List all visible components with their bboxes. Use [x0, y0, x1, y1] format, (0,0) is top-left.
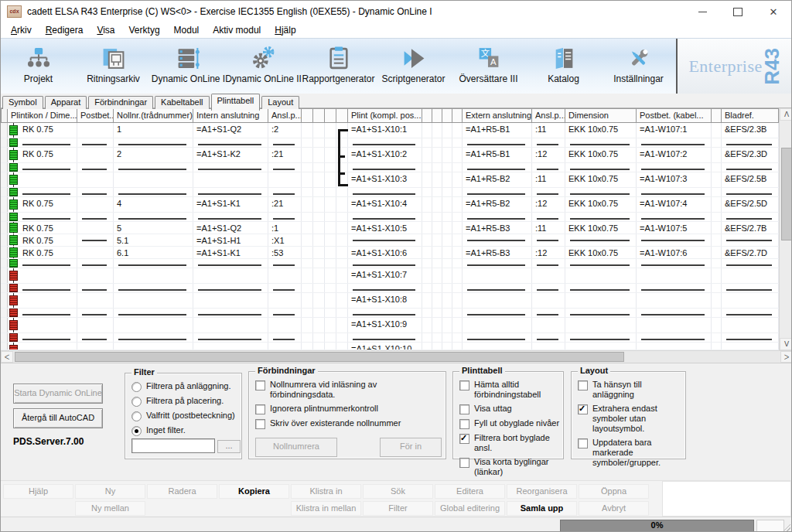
- grid-cell-n6[interactable]: [432, 333, 442, 342]
- grid-cell-n7[interactable]: [442, 268, 452, 283]
- grid-cell-n8[interactable]: [452, 138, 463, 147]
- grid-cell-intern[interactable]: [193, 188, 268, 196]
- radio-inget-filter[interactable]: [131, 426, 142, 436]
- grid-cell-n2[interactable]: [313, 309, 325, 317]
- grid-cell-postbet_kabel[interactable]: =A1-W107:1: [637, 123, 712, 138]
- grid-cell-n5[interactable]: [422, 343, 432, 350]
- grid-cell-n7[interactable]: [442, 172, 452, 187]
- grid-cell-n3[interactable]: [325, 188, 336, 196]
- vertical-scrollbar[interactable]: ᐱ ᐯ: [779, 108, 792, 350]
- grid-cell-nollnr[interactable]: [114, 318, 193, 332]
- grid-cell-intern[interactable]: [193, 268, 268, 283]
- grid-cell-nollnr[interactable]: [114, 138, 193, 147]
- grid-cell-n9[interactable]: [712, 163, 722, 172]
- grid-cell-intern[interactable]: [193, 293, 268, 308]
- grid-cell-postbet_kabel[interactable]: [637, 333, 712, 342]
- scroll-left-button[interactable]: ᐸ: [1, 351, 13, 363]
- grid-cell-n6[interactable]: [432, 293, 442, 308]
- grid-cell-n8[interactable]: [452, 284, 463, 292]
- grid-cell-plint[interactable]: [348, 284, 422, 292]
- grid-cell-plintikon[interactable]: RK 0.75: [8, 234, 77, 246]
- grid-cell-n4[interactable]: [336, 284, 348, 292]
- grid-cell-n1[interactable]: [302, 268, 313, 283]
- grid-cell-n8[interactable]: [452, 268, 463, 283]
- grid-cell-n4[interactable]: [336, 188, 348, 196]
- grid-cell-postbet[interactable]: [77, 188, 114, 196]
- grid-cell-nollnr[interactable]: [114, 213, 193, 221]
- grid-cell-intern[interactable]: =A1+S1-K2: [193, 148, 268, 162]
- toolbar-button-scriptgenerator[interactable]: Scriptgenerator: [376, 39, 451, 94]
- grid-cell-postbet[interactable]: [77, 172, 114, 187]
- tab-plinttabell[interactable]: Plinttabell: [211, 94, 261, 111]
- grid-cell-n5[interactable]: [422, 172, 432, 187]
- grid-cell-n1[interactable]: [302, 148, 313, 162]
- grid-cell-postbet_kabel[interactable]: =A1-W107:4: [637, 197, 712, 212]
- grid-cell-anslp2[interactable]: [532, 343, 565, 350]
- grid-cell-bladref[interactable]: [722, 309, 779, 317]
- grid-cell-n5[interactable]: [422, 234, 432, 246]
- grid-cell-n9[interactable]: [712, 343, 722, 350]
- grid-cell-anslp2[interactable]: [532, 284, 565, 292]
- grid-cell-n5[interactable]: [422, 309, 432, 317]
- grid-cell-plint[interactable]: [348, 309, 422, 317]
- grid-cell-n5[interactable]: [422, 163, 432, 172]
- grid-cell-postbet[interactable]: [77, 213, 114, 221]
- grid-cell-postbet_kabel[interactable]: =A1-W107:2: [637, 148, 712, 162]
- grid-cell-n2[interactable]: [313, 343, 325, 350]
- grid-cell-anslp2[interactable]: [532, 163, 565, 172]
- grid-cell-postbet[interactable]: [77, 284, 114, 292]
- toolbar-button-projekt[interactable]: Projekt: [1, 39, 76, 94]
- grid-cell-dim[interactable]: [565, 259, 637, 268]
- grid-cell-anslp[interactable]: [268, 163, 302, 172]
- grid-cell-bladref[interactable]: [722, 259, 779, 268]
- grid-cell-n9[interactable]: [712, 222, 722, 234]
- column-header-blank[interactable]: [313, 108, 325, 123]
- grid-cell-n5[interactable]: [422, 213, 432, 221]
- checkbox-nollnumrera-vid-inl-sning-av-f-rbindningsdata[interactable]: [255, 380, 265, 390]
- grid-cell-anslp[interactable]: [268, 293, 302, 308]
- grid-cell-n5[interactable]: [422, 259, 432, 268]
- grid-cell-nollnr[interactable]: 5.1: [114, 234, 193, 246]
- grid-cell-anslp[interactable]: :X1: [268, 234, 302, 246]
- grid-cell-postbet[interactable]: [77, 197, 114, 212]
- checkbox-fyll-ut-obyglade-niv-er[interactable]: [459, 419, 469, 429]
- grid-cell-n8[interactable]: [452, 333, 463, 342]
- filter-input[interactable]: [131, 438, 215, 453]
- tab-apparat[interactable]: Apparat: [45, 96, 87, 109]
- column-header-postbet-kabel[interactable]: Postbet. (kabel...: [637, 108, 712, 123]
- grid-cell-n2[interactable]: [313, 138, 325, 147]
- column-header-blank[interactable]: [1, 108, 8, 123]
- grid-cell-postbet_kabel[interactable]: [637, 268, 712, 283]
- grid-cell-n6[interactable]: [432, 163, 442, 172]
- grid-cell-n6[interactable]: [432, 234, 442, 246]
- grid-cell-n9[interactable]: [712, 318, 722, 332]
- grid-cell-postbet[interactable]: [77, 163, 114, 172]
- grid-cell-n6[interactable]: [432, 343, 442, 350]
- grid-cell-n3[interactable]: [325, 284, 336, 292]
- grid-cell-plint[interactable]: [348, 213, 422, 221]
- grid-cell-n7[interactable]: [442, 123, 452, 138]
- grid-cell-n7[interactable]: [442, 309, 452, 317]
- minimize-button[interactable]: [684, 1, 720, 22]
- grid-cell-n5[interactable]: [422, 284, 432, 292]
- grid-cell-n9[interactable]: [712, 138, 722, 147]
- grid-cell-postbet[interactable]: [77, 309, 114, 317]
- toolbar-button-rapportgenerator[interactable]: Rapportgenerator: [301, 39, 376, 94]
- grid-cell-n1[interactable]: [302, 284, 313, 292]
- grid-cell-n1[interactable]: [302, 293, 313, 308]
- column-header-blank[interactable]: [432, 108, 442, 123]
- grid-cell-extern[interactable]: [463, 333, 532, 342]
- grid-cell-postbet[interactable]: [77, 148, 114, 162]
- grid-cell-n8[interactable]: [452, 172, 463, 187]
- grid-cell-postbet[interactable]: [77, 259, 114, 268]
- grid-cell-n5[interactable]: [422, 123, 432, 138]
- toolbar-button-inst-llningar[interactable]: Inställningar: [601, 39, 676, 94]
- grid-cell-nollnr[interactable]: [114, 163, 193, 172]
- grid-cell-nollnr[interactable]: 5: [114, 222, 193, 234]
- grid-cell-anslp[interactable]: [268, 259, 302, 268]
- grid-cell-plintikon[interactable]: RK 0.75: [8, 247, 77, 258]
- grid-cell-nollnr[interactable]: 4: [114, 197, 193, 212]
- column-header-blank[interactable]: [712, 108, 722, 123]
- grid-cell-n7[interactable]: [442, 213, 452, 221]
- grid-cell-nollnr[interactable]: [114, 172, 193, 187]
